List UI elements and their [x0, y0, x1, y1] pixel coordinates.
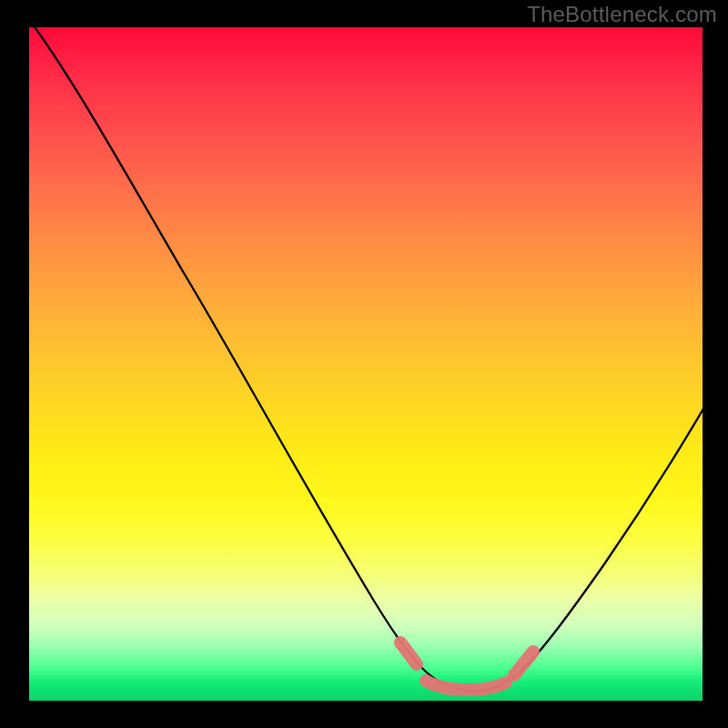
- plot-area: [29, 27, 703, 701]
- watermark-text: TheBottleneck.com: [527, 2, 717, 27]
- optimal-range-highlight-left: [400, 642, 417, 664]
- curve-layer: [29, 27, 703, 701]
- bottleneck-curve: [31, 27, 703, 692]
- optimal-range-highlight-bottom: [426, 681, 506, 690]
- optimal-range-highlight-right: [514, 652, 533, 675]
- chart-stage: TheBottleneck.com: [0, 0, 728, 728]
